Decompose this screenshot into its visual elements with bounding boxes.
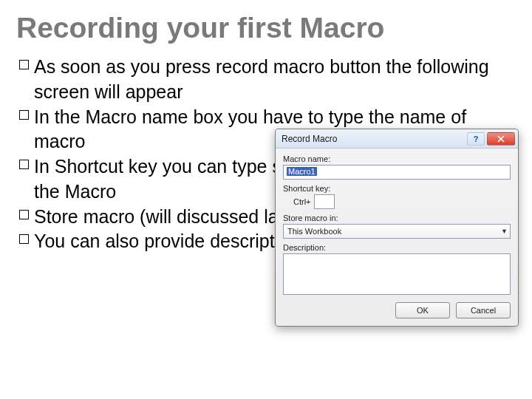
description-input[interactable] — [283, 253, 511, 295]
cancel-button[interactable]: Cancel — [456, 302, 511, 318]
close-icon — [497, 135, 505, 143]
bullet-text: As soon as you press record macro button… — [34, 56, 489, 102]
dialog-titlebar: Record Macro ? — [276, 129, 518, 149]
button-row: OK Cancel — [283, 302, 511, 318]
shortcut-row: Ctrl+ — [283, 194, 511, 209]
description-label: Description: — [283, 243, 511, 252]
store-macro-value: This Workbook — [287, 227, 341, 236]
bullet-icon — [19, 234, 29, 244]
bullet-icon — [19, 160, 29, 169]
macro-name-label: Macro name: — [283, 154, 511, 163]
dialog-body: Macro name: Macro1 Shortcut key: Ctrl+ S… — [276, 149, 518, 326]
macro-name-value: Macro1 — [287, 167, 317, 176]
bullet-icon — [19, 210, 29, 219]
dialog-title: Record Macro — [282, 134, 465, 144]
ok-button[interactable]: OK — [395, 302, 450, 318]
store-macro-dropdown[interactable]: This Workbook ▼ — [283, 224, 511, 239]
help-icon: ? — [474, 134, 479, 143]
macro-name-input[interactable]: Macro1 — [283, 165, 511, 180]
record-macro-dialog: Record Macro ? Macro name: Macro1 Shortc… — [275, 129, 519, 327]
bullet-icon — [19, 110, 29, 120]
help-button[interactable]: ? — [467, 132, 485, 146]
store-macro-label: Store macro in: — [283, 214, 511, 222]
shortcut-key-input[interactable] — [314, 194, 335, 209]
ctrl-prefix: Ctrl+ — [293, 197, 311, 206]
page-title: Recording your first Macro — [0, 0, 532, 50]
list-item: As soon as you press record macro button… — [34, 55, 495, 105]
bullet-icon — [19, 60, 29, 69]
shortcut-key-label: Shortcut key: — [283, 184, 511, 193]
bullet-text: Store macro (will discussed later) — [34, 206, 306, 227]
chevron-down-icon: ▼ — [501, 228, 508, 235]
close-button[interactable] — [487, 132, 515, 146]
